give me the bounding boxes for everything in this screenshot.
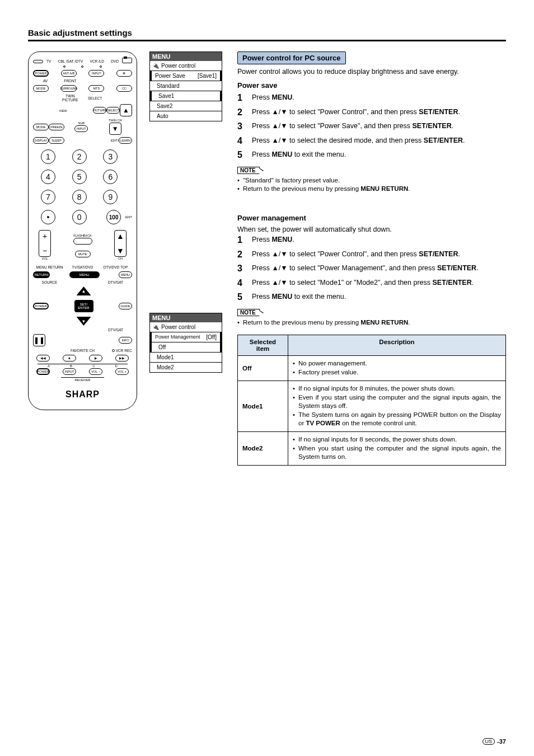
plug-icon: 🔌 [152,63,159,69]
power-mgmt-heading: Power management [237,214,506,222]
power-mgmt-intro: When set, the power will automatically s… [237,226,506,233]
note-label: NOTE [237,167,260,174]
power-mgmt-table: Selected itemDescription Off No power ma… [237,335,506,465]
note-label: NOTE [237,309,260,316]
intro-text: Power control allows you to reduce displ… [237,68,506,76]
power-save-steps: 1Press MENU. 2Press ▲/▼ to select "Power… [237,93,506,160]
menu-power-save: MENU 🔌Power control Power Save[Save1] St… [149,51,222,121]
page-number: US -37 [483,738,506,745]
numpad: 1 2 3 4 5 6 7 8 9 • 0 100ENT [33,146,132,228]
power-mgmt-steps: 1Press MENU. 2Press ▲/▼ to select "Power… [237,235,506,302]
plug-icon: 🔌 [152,324,159,330]
power-mgmt-notes: Return to the previous menu by pressing … [237,318,506,327]
menu-power-management: MENU 🔌Power control Power Management[Off… [149,313,222,373]
section-divider [28,40,506,41]
feature-title: Power control for PC source [237,51,346,64]
btn-power: POWER [33,70,49,77]
sharp-logo: SHARP [33,389,132,400]
power-save-notes: "Standard" is factory preset value. Retu… [237,176,506,194]
remote-control-diagram: TV CBL /SAT /DTV VCR /LD DVD POWER ANT A… [28,51,137,410]
nav-dpad: ▲ ▼ SET/ ENTER [59,287,109,326]
power-save-heading: Power save [237,81,506,90]
page-section-title: Basic adjustment settings [28,28,506,37]
